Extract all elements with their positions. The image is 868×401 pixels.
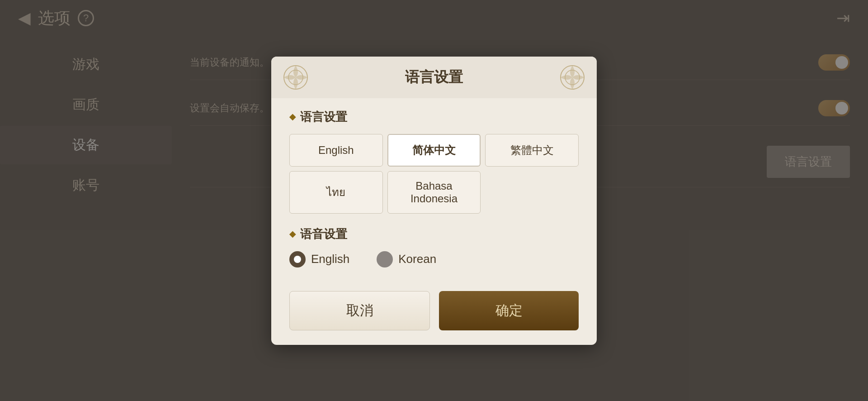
lang-btn-thai[interactable]: ไทย xyxy=(289,171,383,214)
dialog-body: 语言设置 English 简体中文 繁體中文 ไทย Bahasa Indone… xyxy=(271,98,597,282)
language-dialog: 语言设置 语言设置 English 简体中文 繁體中文 ไทย B xyxy=(271,57,597,345)
voice-korean-label: Korean xyxy=(398,252,436,266)
radio-english xyxy=(289,251,306,267)
lang-btn-bahasa[interactable]: Bahasa Indonesia xyxy=(387,171,481,214)
confirm-button[interactable]: 确定 xyxy=(439,291,579,330)
dialog-ornament-right xyxy=(559,64,586,91)
lang-btn-simplified-chinese[interactable]: 简体中文 xyxy=(387,134,481,167)
lang-btn-english[interactable]: English xyxy=(289,134,383,167)
dialog-ornament-left xyxy=(282,64,309,91)
lang-grid-row2: ไทย Bahasa Indonesia xyxy=(289,171,579,214)
radio-english-inner xyxy=(294,256,301,263)
dialog-title: 语言设置 xyxy=(405,67,463,87)
voice-section-title: 语音设置 xyxy=(289,226,579,242)
voice-option-english[interactable]: English xyxy=(289,251,349,267)
radio-korean-inner xyxy=(381,256,388,263)
voice-options: English Korean xyxy=(289,251,579,267)
modal-overlay: 语言设置 语言设置 English 简体中文 繁體中文 ไทย B xyxy=(0,0,868,401)
dialog-footer: 取消 确定 xyxy=(271,291,597,330)
voice-english-label: English xyxy=(311,252,349,266)
lang-grid-row1: English 简体中文 繁體中文 xyxy=(289,134,579,167)
lang-btn-traditional-chinese[interactable]: 繁體中文 xyxy=(485,134,579,167)
cancel-button[interactable]: 取消 xyxy=(289,291,430,330)
voice-option-korean[interactable]: Korean xyxy=(377,251,436,267)
dialog-header: 语言设置 xyxy=(271,57,597,98)
radio-korean xyxy=(377,251,393,267)
lang-section-title: 语言设置 xyxy=(289,109,579,125)
